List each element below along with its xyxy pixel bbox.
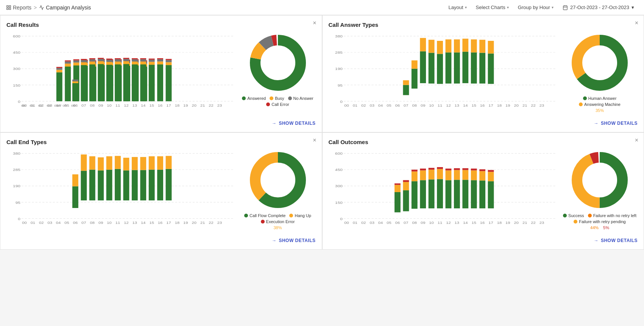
- svg-rect-173: [471, 53, 477, 84]
- call-end-types-card: Call End Types × 0 95 190 285 380: [0, 132, 322, 250]
- svg-text:450: 450: [335, 168, 343, 172]
- svg-rect-97: [81, 65, 87, 101]
- legend-call-error: Call Error: [266, 102, 289, 107]
- svg-text:18: 18: [175, 221, 180, 225]
- date-range-button[interactable]: 27-Oct-2023 - 27-Oct-2023 ▾: [559, 3, 638, 12]
- svg-rect-178: [488, 41, 494, 53]
- no-answer-dot: [288, 96, 292, 100]
- call-answer-types-donut: 65%: [569, 33, 630, 93]
- svg-rect-232: [132, 157, 138, 170]
- svg-rect-122: [132, 62, 138, 65]
- svg-rect-161: [420, 51, 426, 83]
- call-outcomes-show-details[interactable]: → SHOW DETAILS: [329, 238, 638, 243]
- svg-rect-229: [123, 171, 129, 200]
- svg-rect-105: [98, 64, 104, 101]
- svg-rect-299: [445, 169, 451, 171]
- svg-rect-109: [106, 65, 112, 101]
- svg-rect-114: [115, 62, 121, 65]
- call-results-donut: 78%: [248, 33, 308, 93]
- call-results-svg: 0 150 300 450 600: [6, 33, 236, 116]
- svg-text:50%: 50%: [591, 175, 608, 184]
- group-by-button[interactable]: Group by Hour ▾: [514, 3, 557, 12]
- svg-text:11: 11: [437, 221, 442, 225]
- svg-text:0: 0: [340, 100, 343, 103]
- svg-text:16: 16: [158, 221, 163, 225]
- svg-rect-217: [72, 186, 78, 208]
- svg-text:22: 22: [209, 221, 213, 225]
- svg-text:02: 02: [39, 104, 44, 107]
- svg-text:14: 14: [141, 221, 146, 225]
- svg-rect-303: [462, 180, 468, 208]
- call-end-types-svg: 0 95 190 285 380: [6, 150, 236, 233]
- human-dot: [583, 96, 587, 100]
- svg-rect-226: [106, 156, 112, 169]
- svg-rect-19: [56, 70, 62, 73]
- svg-rect-224: [98, 157, 104, 170]
- svg-rect-307: [471, 171, 477, 180]
- svg-text:13: 13: [133, 221, 137, 225]
- call-end-types-show-details[interactable]: → SHOW DETAILS: [6, 238, 316, 243]
- reports-link[interactable]: Reports: [6, 5, 31, 11]
- svg-rect-289: [420, 171, 426, 180]
- call-results-bar-chart: 0 150 300 450 600: [6, 33, 236, 117]
- call-results-show-details[interactable]: → SHOW DETAILS: [6, 121, 316, 126]
- svg-rect-137: [166, 65, 172, 101]
- svg-text:18: 18: [497, 104, 502, 107]
- call-error-dot: [266, 102, 270, 106]
- svg-text:600: 600: [335, 152, 343, 155]
- svg-text:18: 18: [175, 104, 180, 107]
- svg-text:0: 0: [340, 217, 343, 220]
- svg-rect-236: [149, 156, 155, 169]
- call-end-types-bar-chart: 0 95 190 285 380: [6, 150, 236, 234]
- breadcrumb: Reports > Campaign Analysis: [6, 5, 91, 11]
- legend-hangup: Hang Up: [289, 213, 311, 218]
- svg-rect-22: [65, 67, 71, 101]
- call-end-types-donut: 62%: [248, 150, 308, 210]
- legend-no-retry: Failure with no retry left: [588, 213, 636, 218]
- svg-rect-162: [420, 38, 426, 51]
- svg-text:21: 21: [522, 104, 527, 107]
- select-charts-button[interactable]: Select Charts ▾: [472, 3, 513, 12]
- call-answer-types-close[interactable]: ×: [635, 20, 638, 26]
- call-outcomes-close[interactable]: ×: [635, 137, 638, 143]
- svg-rect-288: [420, 180, 426, 208]
- svg-rect-167: [445, 53, 451, 84]
- svg-text:01: 01: [31, 104, 35, 107]
- svg-rect-27: [73, 62, 80, 65]
- call-results-close[interactable]: ×: [313, 20, 316, 26]
- svg-text:04: 04: [378, 221, 383, 225]
- svg-rect-4: [563, 6, 568, 9]
- call-answer-types-card: Call Answer Types × 0 95 190 285 380: [322, 15, 644, 132]
- svg-rect-111: [106, 60, 112, 62]
- svg-rect-238: [157, 156, 163, 169]
- svg-rect-310: [479, 171, 485, 180]
- svg-text:05: 05: [64, 221, 69, 225]
- call-end-types-close[interactable]: ×: [313, 137, 316, 143]
- legend-flow-complete: Call Flow Complete: [244, 213, 285, 218]
- svg-text:300: 300: [335, 185, 343, 188]
- svg-rect-176: [479, 40, 485, 53]
- svg-text:17: 17: [488, 104, 493, 107]
- svg-text:09: 09: [420, 104, 425, 107]
- svg-text:06: 06: [395, 104, 400, 107]
- svg-rect-165: [437, 54, 443, 84]
- svg-text:19: 19: [183, 104, 188, 107]
- svg-rect-286: [411, 171, 417, 181]
- svg-text:65%: 65%: [591, 57, 608, 67]
- call-end-types-body: 0 95 190 285 380: [6, 150, 316, 234]
- svg-rect-130: [149, 62, 155, 65]
- svg-rect-295: [437, 169, 443, 179]
- answered-dot: [242, 96, 246, 100]
- svg-rect-298: [445, 171, 451, 180]
- call-answer-types-show-details[interactable]: → SHOW DETAILS: [329, 121, 638, 126]
- svg-rect-1: [9, 5, 11, 7]
- layout-button[interactable]: Layout ▾: [445, 3, 471, 12]
- svg-rect-281: [395, 183, 401, 185]
- svg-text:15: 15: [149, 104, 154, 107]
- svg-rect-113: [115, 64, 121, 101]
- svg-rect-227: [115, 169, 121, 200]
- machine-dot: [579, 102, 583, 106]
- svg-rect-2: [7, 8, 8, 9]
- svg-text:150: 150: [13, 84, 20, 87]
- svg-text:0: 0: [18, 217, 20, 220]
